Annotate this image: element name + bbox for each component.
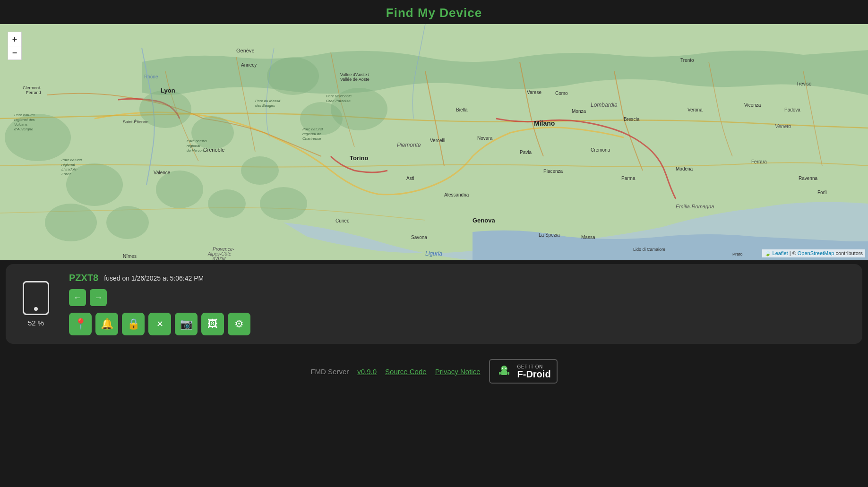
svg-text:Gran Paradiso: Gran Paradiso [326, 99, 351, 103]
svg-text:Parc naturel: Parc naturel [61, 158, 82, 162]
svg-text:Modena: Modena [676, 166, 693, 171]
svg-rect-88 [507, 372, 509, 375]
svg-text:Cremona: Cremona [591, 147, 610, 153]
svg-point-5 [156, 171, 203, 208]
svg-text:Veneto: Veneto [775, 123, 791, 129]
svg-point-89 [502, 367, 503, 369]
footer: FMD Server v0.9.0 Source Code Privacy No… [0, 348, 868, 393]
svg-text:Biella: Biella [456, 107, 468, 112]
map-container[interactable]: Lyon Grenoble Torino Milano Genova Clerm… [0, 24, 868, 260]
device-fused-text: fused on 1/26/2025 at 5:06:42 PM [104, 274, 204, 282]
svg-point-13 [208, 189, 246, 218]
svg-text:régional: régional [187, 144, 200, 148]
svg-text:Liguria: Liguria [425, 250, 442, 257]
wipe-button[interactable]: ✕ [148, 313, 171, 335]
svg-text:Trento: Trento [680, 58, 694, 63]
fdroid-name: F-Droid [517, 369, 551, 379]
action-buttons: 📍 🔔 🔒 ✕ 📷 🖼 ⚙ [69, 313, 250, 335]
svg-text:Vallée de Aoste: Vallée de Aoste [340, 77, 370, 82]
svg-text:Ravenna: Ravenna [799, 176, 817, 181]
svg-text:régional des: régional des [14, 118, 35, 122]
nav-arrows: ← → [69, 289, 250, 306]
svg-text:d'Auvergne: d'Auvergne [14, 127, 34, 131]
svg-point-4 [106, 206, 149, 239]
osm-link[interactable]: OpenStreetMap [798, 250, 834, 256]
svg-text:Novara: Novara [477, 136, 493, 141]
svg-text:Saint-Étienne: Saint-Étienne [123, 120, 148, 124]
fmd-server-label: FMD Server [310, 367, 349, 376]
device-phone-icon [23, 281, 49, 315]
nav-back-button[interactable]: ← [69, 289, 86, 306]
svg-text:Milano: Milano [534, 120, 555, 127]
svg-text:Lombardia: Lombardia [591, 102, 618, 108]
device-panel: 52 % PZXT8 fused on 1/26/2025 at 5:06:42… [6, 264, 862, 344]
svg-text:Forez: Forez [61, 172, 71, 176]
fdroid-icon [496, 363, 513, 380]
svg-text:Emilia-Romagna: Emilia-Romagna [676, 204, 714, 209]
svg-text:régional de: régional de [302, 132, 321, 136]
nav-forward-button[interactable]: → [90, 289, 107, 306]
svg-text:Piacenza: Piacenza [543, 169, 563, 174]
settings-button[interactable]: ⚙ [228, 313, 250, 335]
svg-text:du Vercors: du Vercors [187, 148, 205, 153]
zoom-controls: + − [8, 32, 22, 60]
svg-rect-87 [499, 372, 501, 375]
version-link[interactable]: v0.9.0 [357, 367, 377, 376]
zoom-out-button[interactable]: − [8, 46, 22, 60]
svg-text:Massa: Massa [581, 235, 595, 240]
svg-text:Rhône: Rhône [144, 74, 158, 79]
svg-text:Padova: Padova [784, 107, 800, 112]
lock-button[interactable]: 🔒 [122, 313, 145, 335]
fdroid-text-area: GET IT ON F-Droid [517, 364, 551, 379]
device-info: PZXT8 fused on 1/26/2025 at 5:06:42 PM ←… [69, 273, 250, 335]
svg-text:Torino: Torino [350, 154, 369, 162]
privacy-notice-link[interactable]: Privacy Notice [435, 367, 481, 376]
svg-text:régional: régional [61, 162, 75, 167]
svg-text:Genova: Genova [473, 217, 495, 224]
svg-text:Chartreuse: Chartreuse [302, 137, 321, 141]
svg-text:Pavia: Pavia [520, 150, 532, 155]
svg-text:Como: Como [555, 91, 568, 96]
svg-text:Lyon: Lyon [161, 87, 175, 94]
svg-text:Cuneo: Cuneo [335, 218, 350, 223]
svg-text:d'Azur: d'Azur [213, 256, 226, 260]
svg-text:Clermont-: Clermont- [23, 85, 42, 90]
zoom-in-button[interactable]: + [8, 32, 22, 46]
camera-button[interactable]: 📷 [175, 313, 198, 335]
svg-text:Piemonte: Piemonte [397, 142, 421, 148]
svg-text:Parma: Parma [621, 176, 636, 181]
svg-point-7 [241, 156, 279, 185]
svg-text:Treviso: Treviso [796, 81, 812, 86]
svg-point-90 [505, 367, 507, 369]
locate-button[interactable]: 📍 [69, 313, 92, 335]
svg-text:Alessandria: Alessandria [444, 192, 469, 197]
svg-text:Prato: Prato [732, 252, 743, 256]
svg-text:Parc naturel: Parc naturel [187, 139, 207, 143]
svg-text:Ferrara: Ferrara [751, 159, 767, 164]
svg-text:Annecy: Annecy [241, 62, 257, 68]
svg-point-8 [260, 187, 307, 220]
fdroid-badge[interactable]: GET IT ON F-Droid [489, 359, 558, 384]
svg-text:La Spezia: La Spezia [539, 232, 560, 238]
svg-point-3 [45, 204, 97, 241]
svg-text:Valence: Valence [154, 170, 171, 175]
svg-text:Varese: Varese [527, 90, 541, 95]
alarm-button[interactable]: 🔔 [95, 313, 118, 335]
device-name: PZXT8 [69, 273, 98, 283]
svg-text:Grenoble: Grenoble [203, 147, 224, 153]
photo-button[interactable]: 🖼 [201, 313, 224, 335]
svg-text:Volcans: Volcans [14, 122, 27, 127]
svg-text:Vicenza: Vicenza [744, 103, 761, 108]
svg-point-9 [267, 57, 319, 95]
page-header: Find My Device [0, 0, 868, 24]
leaflet-link[interactable]: 🍃 Leaflet [765, 250, 790, 256]
svg-text:Asti: Asti [406, 176, 414, 181]
device-name-row: PZXT8 fused on 1/26/2025 at 5:06:42 PM [69, 273, 250, 283]
source-code-link[interactable]: Source Code [385, 367, 427, 376]
svg-text:Monza: Monza [572, 109, 586, 114]
device-icon-area: 52 % [17, 281, 55, 327]
svg-text:Parc Nazionale: Parc Nazionale [326, 94, 352, 98]
svg-text:Parc naturel: Parc naturel [302, 127, 323, 131]
svg-text:Parc du Massif: Parc du Massif [255, 99, 281, 103]
svg-text:Livradois-: Livradois- [61, 167, 78, 171]
